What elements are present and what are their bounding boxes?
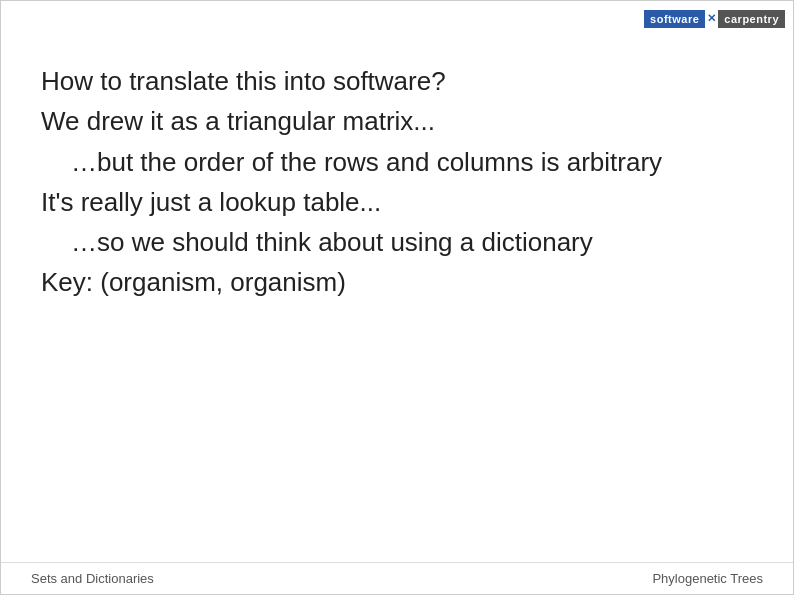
footer-right: Phylogenetic Trees [652,571,763,586]
slide-line-5: Key: (organism, organism) [41,262,753,302]
slide-line-1: We drew it as a triangular matrix... [41,101,753,141]
logo-separator: ✕ [705,9,718,28]
footer-left: Sets and Dictionaries [31,571,154,586]
logo-right: carpentry [718,10,785,28]
slide-line-4: …so we should think about using a dictio… [41,222,753,262]
logo: software ✕ carpentry [644,9,785,28]
slide: software ✕ carpentry How to translate th… [0,0,794,595]
logo-area: software ✕ carpentry [644,9,785,28]
main-content: How to translate this into software?We d… [1,41,793,594]
logo-left: software [644,10,705,28]
slide-line-0: How to translate this into software? [41,61,753,101]
slide-line-2: …but the order of the rows and columns i… [41,142,753,182]
slide-line-3: It's really just a lookup table... [41,182,753,222]
footer: Sets and Dictionaries Phylogenetic Trees [1,562,793,594]
